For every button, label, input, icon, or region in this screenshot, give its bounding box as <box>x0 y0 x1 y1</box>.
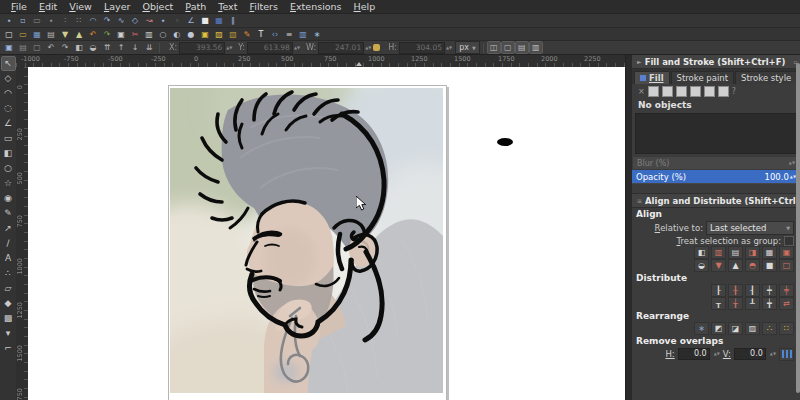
align-dialog-header[interactable]: ≡ Align and Distribute (Shift+Ctrl+A) ▫ … <box>632 194 800 208</box>
snap-cusp-nodes-icon[interactable]: ◇ <box>129 15 141 26</box>
snap-preferences-icon[interactable]: ∗ <box>311 29 323 40</box>
snap-bbox-edges-icon[interactable]: ▭ <box>31 15 43 26</box>
align-bottom-to-top-edge-icon[interactable]: ◒ <box>694 259 709 272</box>
open-document-icon[interactable]: ▭ <box>17 29 29 40</box>
fill-stroke-dialog-header[interactable]: ► Fill and Stroke (Shift+Ctrl+F) ▫ ▪ <box>632 55 800 69</box>
menu-object[interactable]: Object <box>136 0 179 14</box>
zoom-selection-icon[interactable]: ○ <box>157 29 169 40</box>
linear-gradient-icon[interactable] <box>662 86 673 97</box>
w-field[interactable]: 247.01 <box>318 42 364 54</box>
export-icon[interactable]: ▲ <box>73 29 85 40</box>
randomize-positions-icon[interactable]: ∴ <box>762 322 777 335</box>
drawn-ellipse-object[interactable] <box>497 138 513 146</box>
menu-filters[interactable]: Filters <box>243 0 284 14</box>
panel-scrollbar[interactable] <box>796 63 800 393</box>
align-dialog-icon[interactable]: ≡ <box>283 29 295 40</box>
save-icon[interactable]: ▦ <box>31 29 43 40</box>
menu-layer[interactable]: Layer <box>98 0 137 14</box>
tool-connector[interactable]: ⌐ <box>2 342 15 355</box>
raise-top-icon[interactable]: ⇈ <box>101 42 113 53</box>
document-page[interactable] <box>168 85 447 400</box>
exchange-selection-order-icon[interactable]: ◩ <box>711 322 726 335</box>
distribute-centers-h-icon[interactable]: ╂ <box>728 284 743 297</box>
tab-stroke-style[interactable]: Stroke style <box>735 71 797 84</box>
align-center-vertical-icon[interactable]: ▤ <box>728 246 743 259</box>
w-spinner[interactable]: ▲▼ <box>365 46 371 50</box>
y-spinner[interactable]: ▲▼ <box>294 46 300 50</box>
zoom-page-icon[interactable]: ● <box>185 29 197 40</box>
lock-ratio-icon[interactable] <box>373 44 380 51</box>
align-center-horizontal-icon[interactable]: ▲ <box>728 259 743 272</box>
lower-icon[interactable]: ↓ <box>129 42 141 53</box>
graph-layout-icon[interactable]: ∗ <box>694 322 709 335</box>
rotate-ccw-icon[interactable]: ↶ <box>45 42 57 53</box>
tool-calligraphy[interactable]: ∕ <box>2 237 15 250</box>
radial-gradient-icon[interactable] <box>676 86 687 97</box>
affect-pattern-icon[interactable]: ▥ <box>530 42 542 53</box>
snap-object-centers-icon[interactable]: ◦ <box>171 15 183 26</box>
align-top-to-bottom-edge-icon[interactable]: ■ <box>762 259 777 272</box>
select-all-layers-icon[interactable]: ▤ <box>17 42 29 53</box>
exchange-clockwise-icon[interactable]: ▨ <box>745 322 760 335</box>
h-spinner[interactable]: ▲▼ <box>446 46 452 50</box>
snap-grids-icon[interactable]: ▦ <box>213 15 225 26</box>
align-left-edges-icon[interactable]: ▥ <box>711 246 726 259</box>
mesh-icon[interactable] <box>718 86 729 97</box>
tool-star[interactable]: ☆ <box>2 177 15 190</box>
tool-zoom[interactable]: ◌ <box>2 102 15 115</box>
menu-extensions[interactable]: Extensions <box>284 0 348 14</box>
pattern-icon[interactable] <box>690 86 701 97</box>
treat-selection-checkbox[interactable] <box>784 236 794 246</box>
text-tool-dialog-icon[interactable]: T <box>255 29 267 40</box>
tool-pencil[interactable]: ✎ <box>2 207 15 220</box>
tool-dropper[interactable]: ▾ <box>2 327 15 340</box>
document-properties-icon[interactable]: ▥ <box>297 29 309 40</box>
align-right-edges-icon[interactable]: ◨ <box>745 246 760 259</box>
x-field[interactable]: 393.56 <box>179 42 225 54</box>
affect-gradient-icon[interactable]: ▤ <box>516 42 528 53</box>
distribute-bottom-edges-icon[interactable]: ┸ <box>745 297 760 310</box>
print-icon[interactable]: ▤ <box>45 29 57 40</box>
distribute-text-anchors-h-icon[interactable]: ╪ <box>779 284 794 297</box>
remove-overlaps-button[interactable] <box>779 348 794 361</box>
h-gap-field[interactable]: 0.0 <box>678 348 710 360</box>
redo-icon[interactable]: ↷ <box>101 29 113 40</box>
duplicate-icon[interactable]: ▣ <box>199 29 211 40</box>
dock-separator[interactable] <box>632 183 800 194</box>
deselect-icon[interactable]: ▢ <box>31 42 43 53</box>
x-spinner[interactable]: ▲▼ <box>226 46 232 50</box>
raise-icon[interactable]: ↑ <box>115 42 127 53</box>
new-document-icon[interactable]: ▢ <box>3 29 15 40</box>
unlink-clone-icon[interactable]: ▧ <box>227 29 239 40</box>
menu-edit[interactable]: Edit <box>33 0 63 14</box>
distribute-top-edges-icon[interactable]: ┰ <box>711 297 726 310</box>
snap-rotation-centers-icon[interactable]: ∠ <box>185 15 197 26</box>
tool-text[interactable]: A <box>2 252 15 265</box>
tool-node-editor[interactable]: ◇ <box>2 72 15 85</box>
unknown-paint-icon[interactable]: ? <box>732 87 736 96</box>
clone-icon[interactable]: ▨ <box>213 29 225 40</box>
cut-icon[interactable]: ✂ <box>129 29 141 40</box>
paste-icon[interactable]: ▥ <box>143 29 155 40</box>
rotate-cw-icon[interactable]: ↷ <box>59 42 71 53</box>
v-gap-spinner[interactable]: ▲▼ <box>770 352 776 356</box>
snap-guides-icon[interactable]: ∥ <box>227 15 239 26</box>
snap-paths-icon[interactable]: ↷ <box>101 15 113 26</box>
tool-paint-bucket[interactable]: ◆ <box>2 297 15 310</box>
snap-bounding-box-icon[interactable]: ▫ <box>17 15 29 26</box>
tool-tweak[interactable]: ◠ <box>2 87 15 100</box>
blur-spinner[interactable]: ▲▼ <box>789 161 795 165</box>
snap-smooth-nodes-icon[interactable]: ↝ <box>143 15 155 26</box>
tool-bezier-pen[interactable]: ↗ <box>2 222 15 235</box>
tool-spray[interactable]: ∴ <box>2 267 15 280</box>
zoom-drawing-icon[interactable]: ◐ <box>171 29 183 40</box>
tab-fill[interactable]: Fill <box>634 71 670 84</box>
align-bottom-edges-icon[interactable]: ◓ <box>745 259 760 272</box>
lower-bottom-icon[interactable]: ⇊ <box>143 42 155 53</box>
menu-help[interactable]: Help <box>348 0 382 14</box>
snap-bbox-corners-icon[interactable]: ∙ <box>45 15 57 26</box>
swatch-icon[interactable] <box>704 86 715 97</box>
traced-portrait-artwork[interactable] <box>170 88 443 393</box>
tab-stroke-paint[interactable]: Stroke paint <box>671 71 734 84</box>
align-top-edges-icon[interactable]: ▼ <box>711 259 726 272</box>
